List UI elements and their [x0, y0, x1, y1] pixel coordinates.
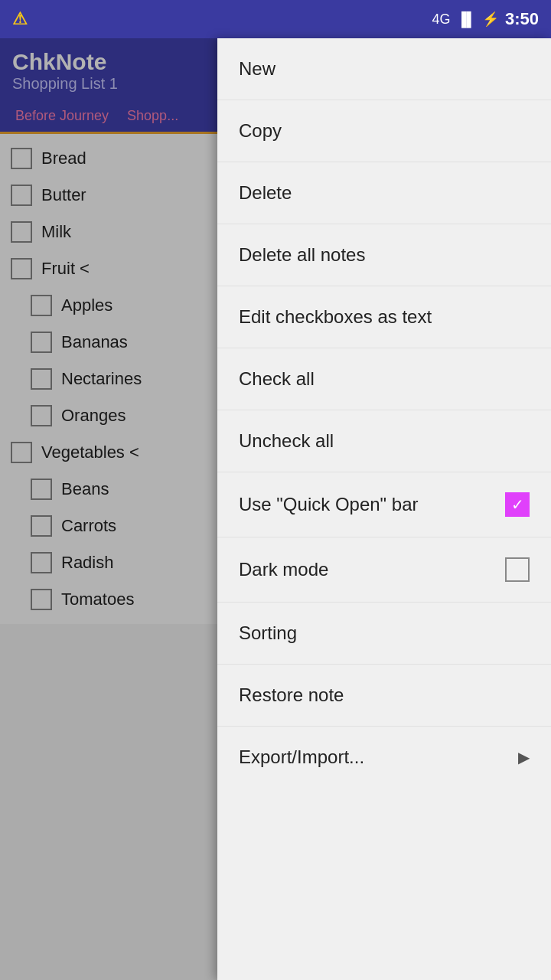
- menu-label-new: New: [239, 58, 276, 80]
- menu-item-delete[interactable]: Delete: [217, 162, 551, 224]
- signal-indicator: 4G: [432, 11, 450, 28]
- menu-label-restore-note: Restore note: [239, 684, 344, 706]
- menu-label-export-import: Export/Import...: [239, 746, 364, 768]
- quick-open-checkbox[interactable]: [505, 492, 530, 517]
- status-bar: ⚠ 4G ▐▌ ⚡ 3:50: [0, 0, 551, 38]
- menu-item-check-all[interactable]: Check all: [217, 348, 551, 410]
- dropdown-menu: New Copy Delete Delete all notes Edit ch…: [217, 38, 551, 980]
- clock: 3:50: [505, 9, 539, 29]
- signal-bars-icon: ▐▌: [456, 11, 476, 28]
- warning-icon: ⚠: [12, 9, 28, 29]
- menu-item-restore-note[interactable]: Restore note: [217, 665, 551, 727]
- menu-item-new[interactable]: New: [217, 38, 551, 100]
- dark-mode-checkbox[interactable]: [505, 557, 530, 582]
- menu-item-uncheck-all[interactable]: Uncheck all: [217, 410, 551, 472]
- menu-item-dark-mode[interactable]: Dark mode: [217, 537, 551, 603]
- menu-label-check-all: Check all: [239, 368, 315, 390]
- menu-item-delete-all-notes[interactable]: Delete all notes: [217, 224, 551, 286]
- menu-item-sorting[interactable]: Sorting: [217, 603, 551, 665]
- menu-label-sorting: Sorting: [239, 622, 297, 644]
- menu-item-edit-checkboxes[interactable]: Edit checkboxes as text: [217, 286, 551, 348]
- menu-label-uncheck-all: Uncheck all: [239, 430, 334, 452]
- menu-label-edit-checkboxes: Edit checkboxes as text: [239, 306, 432, 328]
- overlay[interactable]: [0, 38, 217, 980]
- menu-item-export-import[interactable]: Export/Import... ▶: [217, 727, 551, 788]
- menu-label-dark-mode: Dark mode: [239, 559, 328, 580]
- battery-icon: ⚡: [482, 11, 499, 28]
- submenu-arrow-icon: ▶: [518, 748, 530, 766]
- status-bar-left: ⚠: [12, 9, 28, 29]
- menu-label-delete-all-notes: Delete all notes: [239, 244, 365, 266]
- menu-item-quick-open[interactable]: Use "Quick Open" bar: [217, 472, 551, 537]
- menu-label-quick-open: Use "Quick Open" bar: [239, 494, 418, 515]
- menu-label-delete: Delete: [239, 182, 292, 204]
- status-bar-right: 4G ▐▌ ⚡ 3:50: [432, 9, 539, 29]
- main-content: ChkNote Shopping List 1 Before Journey S…: [0, 38, 551, 980]
- menu-item-copy[interactable]: Copy: [217, 100, 551, 162]
- menu-label-copy: Copy: [239, 120, 282, 142]
